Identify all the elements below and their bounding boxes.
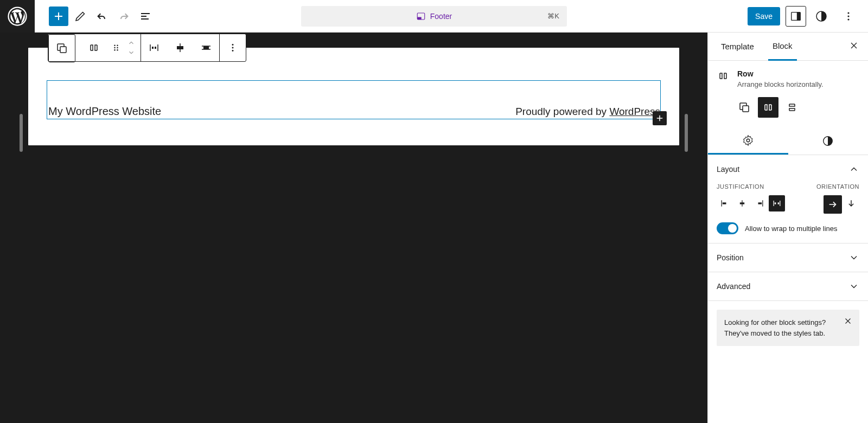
insert-block-button[interactable] (49, 7, 68, 26)
footer-template-part[interactable]: My WordPress Website Proudly powered by … (28, 48, 679, 145)
half-circle-icon (815, 10, 828, 23)
svg-point-16 (117, 49, 118, 51)
row-block[interactable]: My WordPress Website Proudly powered by … (47, 80, 661, 119)
plus-icon (655, 113, 665, 123)
styles-toggle[interactable] (812, 7, 831, 26)
settings-tab[interactable] (708, 127, 788, 155)
notice-dismiss-button[interactable] (843, 316, 853, 329)
justify-left-button[interactable] (717, 195, 733, 211)
justify-space-between-button[interactable] (769, 195, 785, 211)
svg-point-13 (114, 47, 116, 49)
move-up-button[interactable] (125, 38, 137, 48)
position-panel-toggle[interactable]: Position (708, 243, 868, 272)
tab-block[interactable]: Block (768, 33, 797, 61)
group-icon (738, 101, 751, 114)
wordpress-icon (8, 7, 27, 26)
gear-icon (742, 134, 754, 146)
parent-block-button[interactable] (48, 34, 75, 62)
document-overview-button[interactable] (136, 7, 155, 26)
justify-center-button[interactable] (734, 195, 750, 211)
wp-logo[interactable] (0, 0, 35, 33)
svg-point-22 (232, 47, 234, 49)
svg-rect-30 (758, 202, 762, 204)
svg-rect-20 (203, 46, 209, 49)
append-block-button[interactable] (653, 111, 667, 125)
svg-rect-25 (743, 106, 749, 112)
chevron-up-icon (848, 164, 859, 175)
svg-rect-4 (797, 12, 800, 20)
justify-right-button[interactable] (751, 195, 768, 211)
svg-rect-18 (155, 47, 156, 49)
sidebar-tabs: Template Block (708, 33, 868, 61)
wrap-label: Allow to wrap to multiple lines (745, 225, 838, 233)
styles-moved-notice: Looking for other block settings? They'v… (717, 310, 859, 346)
variation-stack-button[interactable] (782, 97, 802, 118)
resize-handle-right[interactable] (685, 114, 688, 152)
svg-rect-2 (417, 17, 422, 20)
variation-group-button[interactable] (734, 97, 755, 118)
justify-button[interactable] (141, 34, 167, 61)
block-title: Row (737, 69, 824, 78)
justification-label: Justification (717, 183, 764, 190)
block-toolbar (48, 34, 246, 62)
powered-by-text[interactable]: Proudly powered by WordPress (515, 106, 660, 119)
drag-handle[interactable] (107, 34, 125, 61)
kebab-icon (227, 42, 239, 54)
site-title-block[interactable]: My WordPress Website (47, 105, 161, 119)
template-part-icon (55, 42, 68, 55)
row-icon (762, 101, 775, 114)
row-icon (717, 69, 730, 82)
svg-point-7 (847, 15, 849, 17)
close-icon (843, 316, 853, 326)
chevron-down-icon (848, 281, 859, 292)
arrow-right-icon (827, 198, 839, 210)
svg-rect-29 (740, 202, 744, 204)
align-center-icon (174, 41, 187, 54)
variation-row-button[interactable] (758, 97, 778, 118)
svg-point-23 (232, 50, 234, 52)
sidebar-close-button[interactable] (848, 40, 859, 53)
chevron-down-icon (127, 49, 135, 56)
move-down-button[interactable] (125, 48, 137, 57)
width-button[interactable] (193, 34, 219, 61)
advanced-panel-toggle[interactable]: Advanced (708, 272, 868, 300)
svg-point-14 (117, 47, 118, 49)
svg-point-6 (847, 12, 849, 14)
position-panel: Position (708, 243, 868, 272)
block-type-button[interactable] (81, 34, 107, 61)
block-card: Row Arrange blocks horizontally. (708, 61, 868, 97)
layout-panel: Layout Justification Orientation (708, 155, 868, 243)
save-button[interactable]: Save (748, 7, 780, 25)
tab-template[interactable]: Template (717, 33, 758, 61)
orientation-label: Orientation (816, 183, 859, 190)
editor-canvas[interactable]: My WordPress Website Proudly powered by … (0, 33, 707, 423)
edit-tool-button[interactable] (71, 7, 90, 26)
row-icon (87, 41, 100, 54)
undo-button[interactable] (92, 7, 112, 26)
close-icon (848, 40, 859, 51)
arrow-down-icon (846, 198, 857, 209)
kebab-icon (842, 10, 855, 23)
plus-icon (52, 10, 65, 23)
styles-tab[interactable] (788, 127, 869, 155)
justify-space-icon (148, 41, 161, 54)
svg-rect-28 (723, 202, 726, 204)
settings-sidebar-toggle[interactable] (786, 6, 806, 27)
options-button[interactable] (839, 7, 858, 26)
undo-icon (95, 10, 108, 23)
redo-button[interactable] (114, 7, 133, 26)
orientation-horizontal-button[interactable] (824, 195, 842, 214)
svg-point-12 (117, 45, 118, 47)
orientation-vertical-button[interactable] (843, 195, 859, 211)
wrap-toggle[interactable] (717, 222, 738, 234)
sidebar-icon (790, 10, 802, 22)
block-options-button[interactable] (220, 34, 246, 61)
layout-panel-toggle[interactable]: Layout (708, 155, 868, 183)
justify-right-icon (754, 198, 765, 209)
block-variations (708, 97, 868, 127)
document-title-bar[interactable]: Footer ⌘K (301, 6, 567, 27)
svg-rect-31 (775, 202, 776, 204)
svg-rect-19 (177, 46, 183, 49)
resize-handle-left[interactable] (20, 114, 23, 152)
align-button[interactable] (167, 34, 193, 61)
